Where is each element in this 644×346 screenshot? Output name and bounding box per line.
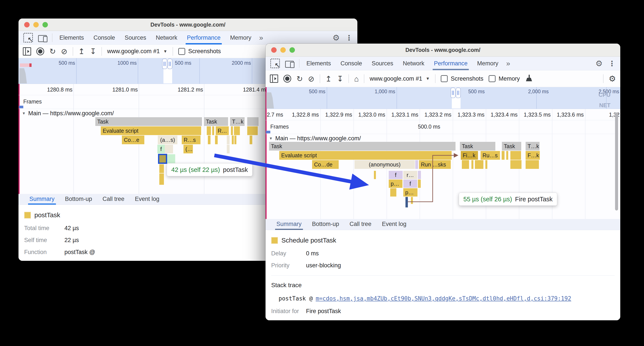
- flame-bar[interactable]: [411, 197, 413, 204]
- flame-bar[interactable]: [159, 164, 164, 173]
- main-track-header[interactable]: ▼ Main — https://www.google.com/: [22, 110, 114, 117]
- flame-bar[interactable]: [502, 151, 505, 160]
- flame-bar[interactable]: [165, 145, 173, 153]
- flame-bar[interactable]: R…s: [182, 135, 201, 144]
- tooltip-time: 55 µs (self 26 µs): [463, 196, 512, 203]
- flame-bar[interactable]: Evaluate script: [101, 126, 201, 135]
- flame-bar[interactable]: Co…e: [122, 135, 144, 144]
- main-track-label: Main — https://www.google.com/: [275, 135, 361, 142]
- flame-bar[interactable]: p…: [389, 180, 403, 188]
- disclosure-triangle-icon[interactable]: ▼: [22, 111, 26, 116]
- flame-bar[interactable]: [232, 135, 234, 144]
- tab-bottom-up[interactable]: Bottom-up: [311, 219, 340, 230]
- flame-bar[interactable]: T…k: [230, 117, 245, 126]
- initiator-value[interactable]: Fire postTask: [306, 308, 341, 315]
- flame-bar[interactable]: (anonymous): [354, 160, 415, 169]
- flame-bar[interactable]: Fi…k: [461, 151, 478, 160]
- vertical-scrollbar-thumb[interactable]: [615, 112, 618, 211]
- flame-bar[interactable]: [418, 171, 421, 179]
- flame-bar[interactable]: Run …sks: [419, 160, 451, 169]
- net-track-label: NET: [574, 102, 610, 108]
- flame-bar[interactable]: [510, 151, 521, 160]
- flame-bar[interactable]: [159, 174, 164, 185]
- flame-bar[interactable]: f: [403, 180, 417, 188]
- ruler-tick: 1,323.6 ms: [552, 112, 584, 118]
- tab-summary[interactable]: Summary: [275, 219, 303, 230]
- network-overview-bar: [20, 63, 30, 67]
- flame-bar[interactable]: p…: [403, 188, 418, 197]
- selection-handle-left[interactable]: [450, 88, 456, 98]
- flame-bar[interactable]: [526, 160, 539, 169]
- flame-bar[interactable]: f: [389, 171, 403, 179]
- flame-bar[interactable]: [250, 135, 252, 144]
- flame-bar[interactable]: [208, 135, 211, 144]
- disclosure-triangle-icon[interactable]: ▼: [269, 136, 273, 141]
- flame-bar[interactable]: [374, 171, 376, 179]
- summary-row: Delay0 ms: [271, 250, 620, 257]
- summary-pane: Schedule postTask Delay0 msPriorityuser-…: [266, 230, 620, 320]
- ruler-tick: 2.7 ms: [267, 112, 286, 118]
- flame-bar[interactable]: Ru…s: [480, 151, 500, 160]
- flame-bar[interactable]: [462, 160, 469, 169]
- main-track-header[interactable]: ▼ Main — https://www.google.com/: [269, 135, 361, 142]
- selection-handle-right[interactable]: [167, 59, 172, 69]
- tab-event-log[interactable]: Event log: [381, 219, 408, 230]
- tooltip-name: Fire postTask: [515, 196, 552, 203]
- stack-frame-link[interactable]: m=cdos,hsm,jsa,mb4ZUb,cEt90b,SNUn3,qddgK…: [316, 295, 571, 302]
- flame-bar[interactable]: [510, 160, 522, 169]
- flame-bar[interactable]: f: [157, 145, 165, 153]
- overview-tick: 500 ms: [290, 88, 325, 95]
- tab-call-tree[interactable]: Call tree: [101, 194, 126, 205]
- flame-bar[interactable]: Task: [460, 142, 496, 150]
- flame-bar[interactable]: [167, 154, 175, 163]
- flame-bar[interactable]: [475, 160, 484, 169]
- flame-bar[interactable]: (a…s): [158, 135, 178, 144]
- summary-row-value: user-blocking: [306, 262, 341, 269]
- cpu-activity-silhouette: [266, 92, 276, 108]
- flame-bar[interactable]: Co…de: [312, 160, 339, 169]
- tab-summary[interactable]: Summary: [28, 194, 56, 205]
- frames-track-label: Frames: [23, 98, 71, 105]
- flame-bar[interactable]: [415, 160, 418, 169]
- flame-bar[interactable]: Evaluate script: [279, 151, 452, 160]
- flame-bar[interactable]: [231, 126, 233, 135]
- overview-tick: 2000 ms: [218, 60, 251, 66]
- flame-bar[interactable]: Task: [204, 117, 228, 126]
- flame-bar[interactable]: [234, 126, 240, 135]
- flame-bar[interactable]: (…): [184, 145, 193, 153]
- chart-decoration: [585, 109, 586, 219]
- flame-bar[interactable]: R…: [216, 126, 229, 135]
- flame-bar[interactable]: F…k: [526, 151, 540, 160]
- flame-bar[interactable]: [247, 117, 259, 126]
- flame-bar[interactable]: [390, 188, 396, 197]
- flame-bar[interactable]: [485, 160, 488, 169]
- flame-bar[interactable]: Task: [269, 142, 456, 150]
- tab-call-tree[interactable]: Call tree: [348, 219, 373, 230]
- flame-bar[interactable]: [234, 135, 236, 144]
- tab-event-log[interactable]: Event log: [134, 194, 161, 205]
- tab-bottom-up[interactable]: Bottom-up: [64, 194, 94, 205]
- flame-bar[interactable]: [472, 160, 474, 169]
- flame-bar[interactable]: Task: [95, 117, 202, 126]
- flame-bar[interactable]: [418, 180, 421, 188]
- cpu-track-label: CPU: [574, 92, 610, 98]
- summary-row-value: 22 µs: [64, 237, 79, 244]
- chart-decoration: [327, 87, 327, 109]
- flame-bar[interactable]: r…: [403, 171, 417, 179]
- schedule-posttask-marker[interactable]: [406, 197, 408, 208]
- stack-frame-function: postTask @: [278, 295, 313, 302]
- selection-handle-left[interactable]: [162, 59, 167, 69]
- selection-handle-right[interactable]: [456, 88, 461, 98]
- main-track-label: Main — https://www.google.com/: [28, 110, 114, 117]
- flame-bar[interactable]: [506, 151, 508, 160]
- flame-bar[interactable]: Task: [502, 142, 522, 150]
- flame-bar[interactable]: [215, 135, 218, 144]
- flame-bar[interactable]: [207, 126, 211, 135]
- flame-bar[interactable]: T…k: [526, 142, 540, 150]
- legend-swatch: [271, 237, 278, 244]
- flame-bar[interactable]: [212, 126, 214, 135]
- flame-bar[interactable]: [247, 126, 258, 135]
- selected-flame-bar[interactable]: [158, 154, 167, 164]
- flame-bar[interactable]: [227, 145, 230, 153]
- flame-bar[interactable]: [227, 135, 230, 144]
